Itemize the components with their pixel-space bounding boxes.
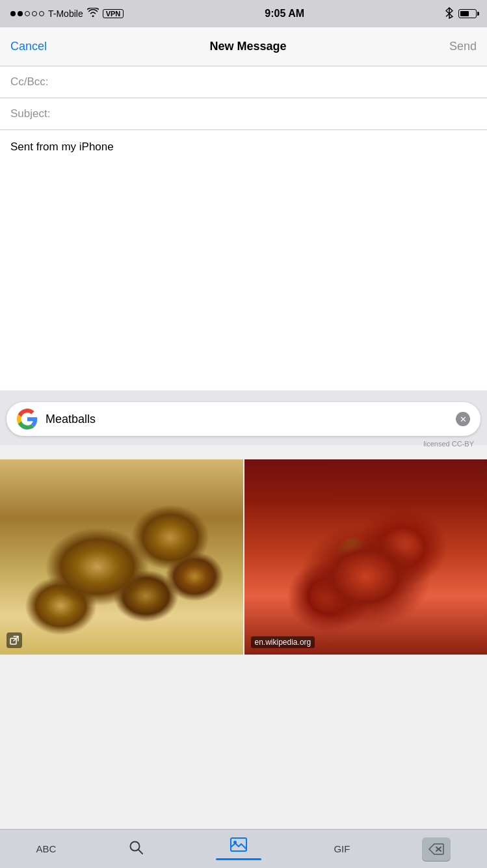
- image-cell-left[interactable]: [0, 459, 243, 655]
- abc-label: ABC: [36, 843, 57, 854]
- image-button[interactable]: [216, 837, 261, 860]
- cc-bcc-label: Cc/Bcc:: [10, 75, 62, 88]
- status-time: 9:05 AM: [265, 8, 304, 20]
- signal-dot-5: [39, 11, 44, 16]
- image-grid: en.wikipedia.org: [0, 459, 487, 655]
- bluetooth-icon: [445, 7, 453, 21]
- gif-label: GIF: [334, 843, 350, 854]
- subject-row: Subject:: [0, 98, 487, 130]
- meatball-image-right: [244, 459, 488, 655]
- compose-area: Cc/Bcc: Subject: Sent from my iPhone: [0, 66, 487, 390]
- image-cell-right[interactable]: en.wikipedia.org: [244, 459, 488, 655]
- svg-line-2: [138, 850, 142, 854]
- vpn-badge: VPN: [103, 9, 124, 18]
- keyboard-abc-button[interactable]: ABC: [36, 843, 57, 854]
- cancel-button[interactable]: Cancel: [10, 40, 47, 53]
- subject-label: Subject:: [10, 107, 62, 120]
- page-title: New Message: [209, 40, 286, 53]
- message-body[interactable]: Sent from my iPhone: [0, 130, 487, 390]
- search-clear-button[interactable]: ✕: [456, 412, 470, 426]
- status-bar-right: [445, 7, 477, 21]
- status-bar: T-Mobile VPN 9:05 AM: [0, 0, 487, 27]
- battery-indicator: [458, 9, 477, 18]
- cc-bcc-input[interactable]: [62, 75, 477, 88]
- cc-bcc-row: Cc/Bcc:: [0, 66, 487, 98]
- google-search-query: Meatballs: [46, 413, 448, 426]
- meatball-image-left: [0, 459, 243, 655]
- cc-by-attribution: licensed CC-BY: [423, 440, 474, 448]
- active-indicator: [216, 858, 261, 860]
- carrier-label: T-Mobile: [48, 8, 83, 19]
- subject-input[interactable]: [62, 107, 477, 120]
- signal-dot-4: [32, 11, 37, 16]
- google-search-bar[interactable]: Meatballs ✕ licensed CC-BY: [7, 402, 480, 436]
- wifi-icon: [87, 8, 99, 20]
- google-g-logo: [17, 409, 38, 429]
- external-link-icon[interactable]: [7, 632, 22, 648]
- image-icon: [230, 837, 247, 856]
- bottom-toolbar: ABC GIF: [0, 829, 487, 868]
- signal-dots: [10, 11, 44, 16]
- search-button[interactable]: [128, 839, 144, 859]
- message-body-text: Sent from my iPhone: [10, 141, 114, 153]
- navigation-bar: Cancel New Message Send: [0, 27, 487, 66]
- send-button[interactable]: Send: [449, 40, 477, 53]
- signal-dot-1: [10, 11, 16, 16]
- google-search-section: Meatballs ✕ licensed CC-BY: [0, 390, 487, 445]
- delete-key[interactable]: [422, 837, 451, 861]
- gif-button[interactable]: GIF: [334, 843, 350, 854]
- signal-dot-2: [18, 11, 23, 16]
- status-bar-left: T-Mobile VPN: [10, 8, 124, 20]
- wikipedia-badge: en.wikipedia.org: [251, 636, 315, 648]
- battery-fill: [460, 11, 469, 16]
- signal-dot-3: [25, 11, 30, 16]
- search-icon: [128, 839, 144, 859]
